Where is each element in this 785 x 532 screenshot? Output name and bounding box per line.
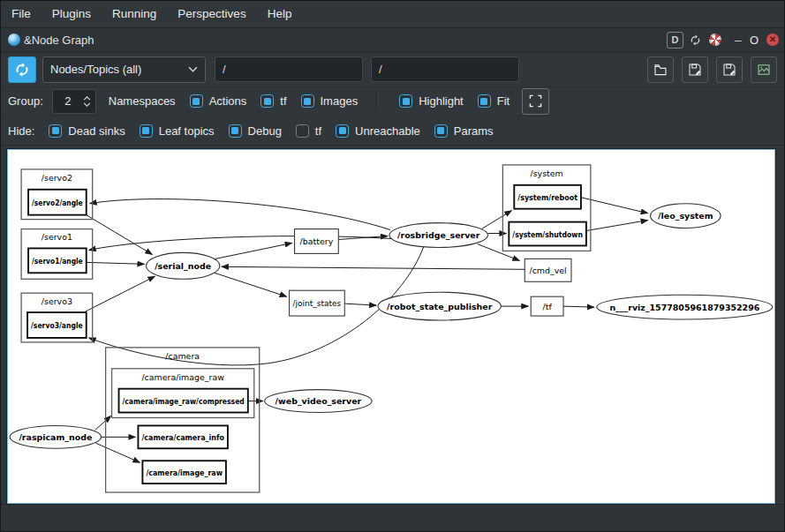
graph-node-web-video-server: /web_video_server (265, 390, 372, 413)
checkbox-label: tf (315, 124, 321, 138)
rqt-window: File Plugins Running Perspectives Help &… (0, 0, 785, 532)
filter-mode-value: Nodes/Topics (all) (50, 63, 141, 76)
save-icon (688, 63, 702, 77)
topic-filter-input[interactable] (371, 56, 519, 82)
hide-label: Hide: (8, 124, 34, 138)
refresh-graph-button[interactable] (8, 56, 36, 83)
minimize-button[interactable]: – (735, 35, 742, 44)
float-icon[interactable] (688, 33, 703, 48)
graph-label: /servo3 (42, 296, 72, 306)
graph-node-rviz: n___rviz_1577805961879352296 (597, 295, 773, 319)
checkbox-label: tf (280, 94, 286, 108)
spinbox-arrows[interactable] (83, 96, 95, 107)
graph-label: /raspicam_node (19, 432, 92, 442)
checked-checkbox-icon[interactable] (336, 124, 349, 138)
graph-label: /joint_states (293, 298, 342, 308)
checked-checkbox-icon[interactable] (229, 124, 242, 138)
graph-label: /leo_system (658, 211, 713, 221)
checkbox-label: Leaf topics (159, 124, 215, 138)
group-spinbox[interactable]: 2 (52, 89, 96, 114)
group-checkboxes: ActionstfImages (176, 94, 359, 108)
graph-node-serial-node: /serial_node (146, 253, 220, 280)
menu-perspectives[interactable]: Perspectives (167, 3, 256, 25)
graph-label: /camera (165, 351, 200, 361)
checkbox-unreachable[interactable]: Unreachable (336, 124, 420, 138)
load-dot-button[interactable] (647, 56, 674, 83)
save-svg-button[interactable] (716, 56, 743, 83)
graph-label: /servo2/angle (32, 198, 83, 207)
checked-checkbox-icon[interactable] (260, 94, 274, 108)
hide-checkboxes: Dead sinksLeaf topicsDebugtfUnreachableP… (34, 124, 493, 138)
graph-edge-serial-node-to-battery (215, 244, 292, 259)
graph-edge-servo1-angle-to-serial-node (87, 263, 145, 265)
panel-title: &Node Graph (24, 34, 662, 47)
graph-node-system-shutdown: /system/shutdown (509, 222, 586, 246)
graph-label: /battery (300, 236, 334, 246)
graph-edge-joint-states-to-robot-state-publisher (344, 303, 376, 305)
graph-edge-rosbridge-server-to-servo1-angle (89, 236, 391, 251)
save-dot-button[interactable] (682, 56, 708, 83)
checkbox-images[interactable]: Images (301, 94, 359, 108)
graph-edge-tf-to-rviz (563, 306, 594, 307)
menu-plugins[interactable]: Plugins (42, 3, 102, 25)
checkbox-fit[interactable]: Fit (478, 94, 509, 108)
checkbox-debug[interactable]: Debug (229, 124, 282, 138)
node-graph: /servo2/servo2/angle/servo1/servo1/angle… (8, 150, 774, 503)
graph-label: /system/reboot (517, 192, 577, 202)
checkbox-label: Debug (248, 124, 282, 138)
graph-edge-raspicam-node-to-camera-image-raw (96, 443, 140, 462)
checked-checkbox-icon[interactable] (399, 94, 412, 108)
checked-checkbox-icon[interactable] (140, 124, 153, 138)
graph-node-leo-system: /leo_system (651, 204, 721, 229)
checkbox-label: Actions (209, 94, 247, 108)
checkbox-tf[interactable]: tf (296, 124, 321, 138)
graph-label: /servo2 (42, 173, 72, 183)
graph-label: /rosbridge_server (397, 230, 480, 240)
unchecked-checkbox-icon[interactable] (296, 124, 309, 138)
graph-edge-cmd-vel-to-serial-node (222, 266, 525, 269)
graph-label: /servo1 (42, 233, 72, 243)
checkbox-params[interactable]: Params (434, 124, 494, 138)
chevron-down-icon (83, 102, 91, 107)
graph-edge-raspicam-node-to-camera-image-raw-compressed (95, 416, 111, 431)
checked-checkbox-icon[interactable] (190, 94, 203, 108)
checkbox-actions[interactable]: Actions (190, 94, 247, 108)
close-button[interactable]: ✕ (766, 34, 779, 46)
checked-checkbox-icon[interactable] (301, 94, 314, 108)
canvas-container: /servo2/servo2/angle/servo1/servo1/angle… (1, 146, 784, 504)
checked-checkbox-icon[interactable] (49, 124, 62, 138)
graph-label: /camera/image_raw (141, 372, 224, 382)
group-spinbox-value: 2 (53, 94, 83, 108)
graph-label: /camera/image_raw (146, 468, 223, 477)
refresh-icon (15, 63, 29, 77)
graph-node-servo3-angle: /servo3/angle (27, 312, 87, 338)
options-toolbar: Group: 2 Namespaces ActionstfImages High… (1, 87, 784, 117)
menu-help[interactable]: Help (257, 3, 303, 25)
menu-running[interactable]: Running (102, 3, 167, 25)
checked-checkbox-icon[interactable] (478, 94, 491, 108)
chevron-down-icon (188, 66, 198, 72)
checkbox-label: Dead sinks (68, 124, 125, 138)
fit-view-icon (529, 94, 542, 108)
graph-label: /cmd_vel (529, 266, 566, 275)
filter-mode-select[interactable]: Nodes/Topics (all) (42, 56, 206, 83)
maximize-button[interactable]: O (750, 34, 759, 47)
fit-in-view-button[interactable] (522, 88, 549, 115)
checkbox-dead-sinks[interactable]: Dead sinks (49, 124, 125, 138)
dock-button[interactable]: D (667, 32, 683, 49)
help-icon[interactable] (707, 33, 722, 48)
save-image-button[interactable] (751, 56, 777, 83)
node-graph-canvas[interactable]: /servo2/servo2/angle/servo1/servo1/angle… (7, 149, 775, 504)
checkbox-leaf-topics[interactable]: Leaf topics (140, 124, 215, 138)
checkbox-label: Params (454, 124, 494, 138)
graph-node-cmd-vel: /cmd_vel (525, 259, 571, 282)
checkbox-highlight[interactable]: Highlight (399, 94, 464, 108)
checked-checkbox-icon[interactable] (434, 124, 448, 138)
node-filter-input[interactable] (215, 56, 363, 82)
graph-node-servo1-angle: /servo1/angle (28, 249, 87, 273)
save-icon (722, 63, 736, 77)
checkbox-tf[interactable]: tf (260, 94, 286, 108)
menu-file[interactable]: File (10, 3, 42, 25)
graph-edge-rosbridge-server-to-system-reboot (481, 211, 511, 229)
graph-label: /serial_node (155, 261, 211, 271)
